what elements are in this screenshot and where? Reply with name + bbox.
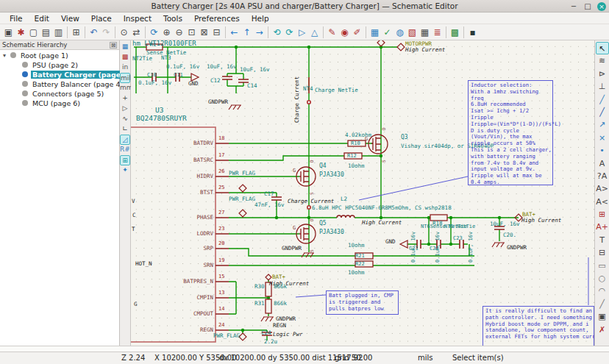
mirror-v-icon[interactable]: ▷ (296, 26, 308, 39)
sidebar-item-root-page-1-[interactable]: ▾Root (page 1) (0, 51, 119, 60)
assign-footprints-icon[interactable]: ▧ (406, 26, 419, 39)
schematic-canvas[interactable]: hm LVT12R0100FERR1Sense NetTieNT3NT2Tie0… (131, 40, 594, 346)
units-mils[interactable]: mil (120, 73, 130, 83)
zoom-out-icon[interactable]: ⊖ (173, 26, 185, 39)
sheet-pin-icon[interactable]: A+ (596, 221, 609, 233)
menu-preferences[interactable]: Preferences (189, 13, 245, 24)
python-console-icon[interactable]: ▪ (466, 26, 479, 39)
refresh-icon[interactable]: ⟳ (148, 26, 160, 39)
junction-icon[interactable]: • (596, 144, 609, 157)
pin-name-srp: SRP (203, 246, 213, 251)
redo-icon[interactable]: ↷ (100, 26, 113, 39)
sidebar-item-battery-charger-page-3-[interactable]: Battery Charger (page 3) (0, 70, 119, 79)
delete-tool-icon[interactable]: ✗ (596, 324, 609, 336)
search-erc-icon[interactable]: ◉ (338, 26, 351, 39)
menu-view[interactable]: View (56, 13, 85, 24)
rectangle-tool-icon[interactable]: ▭ (596, 260, 609, 272)
draw-wire-icon[interactable]: ╱ (596, 93, 609, 106)
bus-entry-icon[interactable]: ↗ (596, 118, 609, 131)
plot-icon[interactable]: ▥ (52, 26, 65, 39)
line-tool-icon[interactable]: ╱ (596, 298, 609, 310)
select-tool-icon[interactable]: ↖ (596, 42, 609, 54)
textbox-tool-icon[interactable]: ⊟ (596, 246, 609, 259)
separator (85, 26, 85, 38)
menu-help[interactable]: Help (246, 13, 274, 24)
netclass-directive-icon[interactable]: ?A (596, 170, 609, 182)
horizontal-scrollbar[interactable] (0, 346, 609, 351)
image-tool-icon[interactable]: ▣ (596, 310, 609, 323)
sidebar-item-psu-page-2-[interactable]: PSU (page 2) (0, 60, 119, 69)
crosshair-cursor-icon[interactable]: + (120, 93, 130, 104)
circle-tool-icon[interactable]: ○ (596, 272, 609, 285)
units-mm[interactable]: mm (120, 83, 130, 93)
rotate-ccw-icon[interactable]: ⟲ (271, 26, 283, 39)
hidden-pins-icon[interactable]: ▷ (120, 104, 130, 114)
global-label-icon[interactable]: A> (596, 182, 609, 195)
minimize-button[interactable]: − (569, 2, 578, 10)
properties-panel-icon[interactable]: ✦ (120, 165, 130, 176)
maximize-button[interactable]: □ (583, 2, 592, 10)
zoom-fit-icon[interactable]: ⊡ (185, 26, 198, 39)
title-bar[interactable]: Battery Charger [2s 40A PSU and charger/… (0, 0, 609, 13)
net-label-icon[interactable]: A (596, 157, 609, 170)
symbol-fields-icon[interactable]: ▦ (419, 26, 431, 39)
erc-check-icon[interactable]: ✓ (381, 26, 393, 39)
draw-bus-icon[interactable]: ╱ (596, 106, 609, 118)
zoom-objects-icon[interactable]: ⊠ (198, 26, 210, 39)
page-settings-icon[interactable]: ▢ (27, 26, 40, 39)
tree-caret-icon[interactable]: ▾ (3, 52, 10, 59)
units-inches[interactable]: in (120, 63, 130, 73)
hierarchy-navigator-icon[interactable]: ⊞ (120, 155, 130, 165)
zoom-in-icon[interactable]: ⊕ (160, 26, 173, 39)
paste-icon[interactable]: ⊞ (70, 26, 82, 39)
net-names-icon[interactable]: R# (120, 145, 130, 155)
rotate-cw-icon[interactable]: ⟳ (283, 26, 296, 39)
free-angle-wires-icon[interactable]: ∿ (120, 114, 130, 124)
menu-edit[interactable]: Edit (29, 13, 54, 24)
update-symbols-icon[interactable]: ✐ (351, 26, 363, 39)
menu-tools[interactable]: Tools (158, 13, 188, 24)
q4-gate-label: G (293, 168, 296, 174)
no-connect-icon[interactable]: × (596, 132, 609, 144)
high-current-2: High Current (521, 218, 561, 224)
hier-label-icon[interactable]: A< (596, 196, 609, 208)
menu-place[interactable]: Place (86, 13, 117, 24)
sheet-bullet-icon (10, 52, 16, 58)
grid-snap-lock-icon[interactable]: ▩ (120, 52, 130, 63)
text-tool-icon[interactable]: T (596, 234, 609, 246)
find-icon[interactable]: ⊙ (118, 26, 130, 39)
status-grid: grid 50.00 (335, 354, 372, 362)
place-symbol-icon[interactable]: ⊳ (596, 68, 609, 80)
hv-wires-icon[interactable]: ∟ (120, 124, 130, 135)
zoom-selection-icon[interactable]: ⊟ (210, 26, 223, 39)
grid-toggle-icon[interactable]: ▦ (120, 42, 130, 52)
bom-icon[interactable]: ≣ (431, 26, 444, 39)
undo-icon[interactable]: ↶ (88, 26, 100, 39)
hierarchy-close-icon[interactable]: ⊠ (110, 42, 117, 49)
c12-ref: C12 (210, 78, 221, 84)
menu-inspect[interactable]: Inspect (118, 13, 157, 24)
net-inspector-icon[interactable]: ◍ (393, 26, 406, 39)
edit-properties-icon[interactable]: ✎ (326, 26, 338, 39)
close-button[interactable]: × (597, 2, 606, 11)
nav-back-icon[interactable]: ← (228, 26, 241, 39)
pcb-editor-icon[interactable]: ▩ (449, 26, 461, 39)
annotate-icon[interactable]: ▦ (368, 26, 381, 39)
print-icon[interactable]: ▤ (40, 26, 52, 39)
place-power-port-icon[interactable]: ⊥ (596, 80, 609, 93)
sidebar-item-mcu-page-6-[interactable]: MCU (page 6) (0, 99, 119, 107)
hier-sheet-icon[interactable]: ⊞ (596, 208, 609, 221)
nav-up-icon[interactable]: ↑ (241, 26, 253, 39)
find-replace-icon[interactable]: ⇄ (130, 26, 143, 39)
arc-tool-icon[interactable]: ◠ (596, 285, 609, 297)
angle45-wires-icon[interactable]: ◿ (120, 135, 130, 145)
schematic-setup-icon[interactable]: ✱ (15, 26, 27, 39)
mirror-h-icon[interactable]: △ (308, 26, 321, 39)
nav-forward-icon[interactable]: → (253, 26, 266, 39)
gndpwr-label-3: GNDPWR (507, 245, 527, 251)
highlight-net-icon[interactable]: ≋ (596, 54, 609, 67)
sidebar-item-connectors-page-5-[interactable]: Connectors (page 5) (0, 89, 119, 98)
sidebar-item-battery-balancer-page-4-[interactable]: Battery Balancer (page 4) (0, 79, 119, 88)
menu-file[interactable]: File (4, 13, 28, 24)
save-icon[interactable]: ▣ (2, 26, 15, 39)
